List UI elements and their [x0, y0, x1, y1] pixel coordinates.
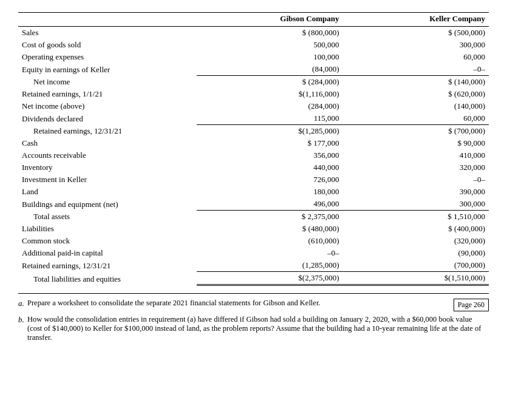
footnote-a: a. Prepare a worksheet to consolidate th… — [18, 299, 489, 311]
table-row: Liabilities$ (480,000)$ (400,000) — [18, 223, 489, 235]
gibson-value: $(2,375,000) — [197, 272, 343, 285]
table-row: Total liabilities and equities$(2,375,00… — [18, 272, 489, 285]
row-label: Net income (above) — [18, 100, 197, 112]
table-row: Net income (above)(284,000)(140,000) — [18, 100, 489, 112]
gibson-value: (610,000) — [197, 235, 343, 247]
gibson-value: 496,000 — [197, 198, 343, 211]
row-label: Total liabilities and equities — [18, 272, 197, 285]
gibson-value: $(1,116,000) — [197, 88, 343, 100]
row-label: Inventory — [18, 161, 197, 174]
footnote-a-label: a. — [18, 299, 27, 308]
row-label: Total assets — [18, 211, 197, 223]
gibson-value: –0– — [197, 247, 343, 259]
table-row: Net income$ (284,000)$ (140,000) — [18, 76, 489, 89]
keller-value: 320,000 — [342, 161, 489, 174]
footnote-b: b. How would the consolidation entries i… — [18, 315, 489, 342]
keller-value: $(1,510,000) — [342, 272, 489, 285]
table-row: Accounts receivable356,000410,000 — [18, 149, 489, 161]
gibson-value: $ 2,375,000 — [197, 211, 343, 223]
table-row: Retained earnings, 12/31/21(1,285,000)(7… — [18, 259, 489, 272]
table-row: Equity in earnings of Keller(84,000)–0– — [18, 63, 489, 76]
keller-value: $ 90,000 — [342, 137, 489, 149]
gibson-value: (84,000) — [197, 63, 343, 76]
keller-value: –0– — [342, 174, 489, 186]
keller-value: $ (400,000) — [342, 223, 489, 235]
gibson-value: 500,000 — [197, 39, 343, 51]
table-row: Retained earnings, 12/31/21$(1,285,000)$… — [18, 125, 489, 138]
keller-value: $ 1,510,000 — [342, 211, 489, 223]
table-row: Cash$ 177,000$ 90,000 — [18, 137, 489, 149]
table-row: Sales$ (800,000)$ (500,000) — [18, 27, 489, 39]
footnote-a-text: Prepare a worksheet to consolidate the s… — [27, 299, 441, 308]
header-label — [18, 13, 197, 27]
keller-value: (140,000) — [342, 100, 489, 112]
row-label: Dividends declared — [18, 112, 197, 125]
table-row: Common stock(610,000)(320,000) — [18, 235, 489, 247]
row-label: Investment in Keller — [18, 174, 197, 186]
table-row: Retained earnings, 1/1/21$(1,116,000)$ (… — [18, 88, 489, 100]
row-label: Cost of goods sold — [18, 39, 197, 51]
gibson-value: $ 177,000 — [197, 137, 343, 149]
header-keller: Keller Company — [342, 13, 489, 27]
keller-value: 390,000 — [342, 186, 489, 198]
gibson-value: 180,000 — [197, 186, 343, 198]
footnote-b-text: How would the consolidation entries in r… — [27, 315, 489, 342]
keller-value: $ (500,000) — [342, 27, 489, 39]
keller-value: $ (140,000) — [342, 76, 489, 89]
financial-table: Gibson Company Keller Company Sales$ (80… — [18, 12, 489, 286]
row-label: Retained earnings, 1/1/21 — [18, 88, 197, 100]
row-label: Additional paid-in capital — [18, 247, 197, 259]
keller-value: $ (700,000) — [342, 125, 489, 138]
keller-value: 300,000 — [342, 198, 489, 211]
table-row: Dividends declared115,00060,000 — [18, 112, 489, 125]
table-row: Additional paid-in capital–0–(90,000) — [18, 247, 489, 259]
header-gibson: Gibson Company — [197, 13, 343, 27]
gibson-value: $(1,285,000) — [197, 125, 343, 138]
gibson-value: $ (800,000) — [197, 27, 343, 39]
table-header: Gibson Company Keller Company — [18, 13, 489, 27]
row-label: Cash — [18, 137, 197, 149]
gibson-value: (284,000) — [197, 100, 343, 112]
row-label: Retained earnings, 12/31/21 — [18, 259, 197, 272]
keller-value: 410,000 — [342, 149, 489, 161]
row-label: Sales — [18, 27, 197, 39]
table-row: Inventory440,000320,000 — [18, 161, 489, 174]
gibson-value: $ (284,000) — [197, 76, 343, 89]
row-label: Accounts receivable — [18, 149, 197, 161]
keller-value: 300,000 — [342, 39, 489, 51]
row-label: Net income — [18, 76, 197, 89]
row-label: Land — [18, 186, 197, 198]
keller-value: $ (620,000) — [342, 88, 489, 100]
page-reference: Page 260 — [454, 299, 489, 311]
keller-value: (700,000) — [342, 259, 489, 272]
gibson-value: 115,000 — [197, 112, 343, 125]
keller-value: 60,000 — [342, 51, 489, 63]
row-label: Liabilities — [18, 223, 197, 235]
keller-value: 60,000 — [342, 112, 489, 125]
gibson-value: 100,000 — [197, 51, 343, 63]
gibson-value: (1,285,000) — [197, 259, 343, 272]
keller-value: (90,000) — [342, 247, 489, 259]
footnotes-section: a. Prepare a worksheet to consolidate th… — [18, 293, 489, 342]
keller-value: –0– — [342, 63, 489, 76]
row-label: Common stock — [18, 235, 197, 247]
gibson-value: 726,000 — [197, 174, 343, 186]
footnote-b-label: b. — [18, 315, 27, 325]
row-label: Equity in earnings of Keller — [18, 63, 197, 76]
row-label: Buildings and equipment (net) — [18, 198, 197, 211]
row-label: Operating expenses — [18, 51, 197, 63]
gibson-value: 356,000 — [197, 149, 343, 161]
gibson-value: $ (480,000) — [197, 223, 343, 235]
table-row: Operating expenses100,00060,000 — [18, 51, 489, 63]
table-row: Investment in Keller726,000–0– — [18, 174, 489, 186]
row-label: Retained earnings, 12/31/21 — [18, 125, 197, 138]
table-row: Cost of goods sold500,000300,000 — [18, 39, 489, 51]
gibson-value: 440,000 — [197, 161, 343, 174]
table-row: Land180,000390,000 — [18, 186, 489, 198]
table-row: Total assets$ 2,375,000$ 1,510,000 — [18, 211, 489, 223]
table-row: Buildings and equipment (net)496,000300,… — [18, 198, 489, 211]
keller-value: (320,000) — [342, 235, 489, 247]
